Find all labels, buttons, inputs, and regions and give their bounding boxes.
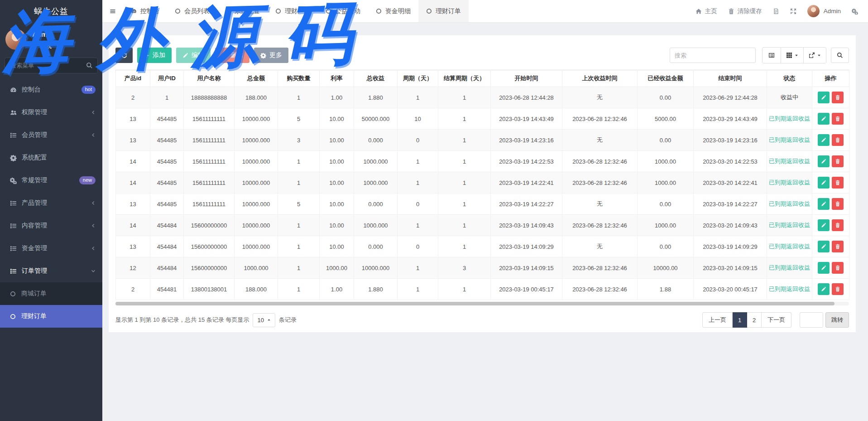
prev-page-button[interactable]: 上一页 [702, 312, 733, 328]
edit-button[interactable]: 编辑 [176, 48, 211, 63]
row-delete-button[interactable] [832, 283, 844, 295]
row-delete-button[interactable] [832, 113, 844, 125]
status-badge[interactable]: 已到期返回收益 [769, 243, 810, 250]
scrollbar-thumb[interactable] [115, 302, 834, 305]
row-delete-button[interactable] [832, 198, 844, 210]
clear-cache-link[interactable]: 清除缓存 [728, 7, 762, 15]
document-button[interactable] [773, 8, 779, 15]
sidebar-item-常规管理[interactable]: 常规管理new [0, 169, 102, 192]
columns-button[interactable] [781, 48, 803, 63]
table-row[interactable]: 12454484156000000001000.00011000.0010000… [116, 257, 849, 279]
status-badge[interactable]: 已到期返回收益 [769, 179, 810, 186]
status-badge[interactable]: 已到期返回收益 [769, 136, 810, 143]
row-edit-button[interactable] [818, 198, 830, 210]
status-cell: 已到期返回收益 [767, 257, 812, 279]
jump-page-input[interactable] [800, 312, 823, 328]
status-badge[interactable]: 已到期返回收益 [769, 264, 810, 271]
table-cell: 14 [116, 215, 150, 236]
table-cell: 1000.000 [354, 151, 398, 172]
row-edit-button[interactable] [818, 219, 830, 231]
tab-资金明细[interactable]: 资金明细 [368, 0, 418, 22]
detail-view-button[interactable] [762, 48, 781, 63]
sidebar-toggle-button[interactable] [102, 0, 123, 22]
more-button[interactable]: 更多 [254, 48, 288, 63]
sidebar-item-权限管理[interactable]: 权限管理 [0, 101, 102, 124]
sidebar-item-会员管理[interactable]: 会员管理 [0, 124, 102, 146]
status-cell: 收益中 [767, 87, 812, 108]
add-button[interactable]: 添加 [137, 48, 172, 63]
row-delete-button[interactable] [832, 155, 844, 167]
row-edit-button[interactable] [818, 177, 830, 189]
status-badge[interactable]: 已到期返回收益 [769, 200, 810, 207]
row-edit-button[interactable] [818, 241, 830, 252]
row-edit-button[interactable] [818, 92, 830, 103]
table-row[interactable]: 144544851561111111110000.000110.001000.0… [116, 172, 849, 194]
row-edit-button[interactable] [818, 113, 830, 125]
jump-button[interactable]: 跳转 [825, 312, 849, 328]
row-delete-button[interactable] [832, 177, 844, 189]
status-badge[interactable]: 已到期返回收益 [769, 222, 810, 228]
sidebar-item-订单管理[interactable]: 订单管理 [0, 260, 102, 282]
table-cell: 5 [278, 108, 320, 130]
column-header-总金额: 总金额 [235, 70, 278, 87]
refresh-button[interactable] [115, 48, 133, 63]
settings-button[interactable] [852, 8, 858, 15]
row-delete-button[interactable] [832, 262, 844, 274]
page-button-2[interactable]: 2 [747, 312, 762, 328]
table-cell: 无 [562, 194, 638, 215]
table-row[interactable]: 134544851561111111110000.000310.000.0000… [116, 130, 849, 151]
row-edit-button[interactable] [818, 155, 830, 167]
table-cell: 1 [398, 87, 438, 108]
admin-menu[interactable]: Admin [807, 5, 841, 17]
sidebar-item-理财订单[interactable]: 理财订单 [0, 305, 102, 328]
search-button[interactable] [831, 48, 849, 63]
sidebar-item-内容管理[interactable]: 内容管理 [0, 214, 102, 237]
avatar[interactable] [5, 29, 26, 50]
row-delete-button[interactable] [832, 134, 844, 146]
table-row[interactable]: 134544841560000000010000.000110.000.0000… [116, 236, 849, 257]
add-label: 添加 [153, 51, 165, 59]
sidebar-item-产品管理[interactable]: 产品管理 [0, 192, 102, 214]
table-row[interactable]: 134544851561111111110000.000510.0050000.… [116, 108, 849, 130]
search-input[interactable] [670, 48, 756, 63]
table-row[interactable]: 2118888888888188.00011.001.880112023-06-… [116, 87, 849, 108]
page-button-1[interactable]: 1 [733, 312, 747, 328]
export-button[interactable] [803, 48, 826, 63]
tab-理财订单[interactable]: 理财订单 [418, 0, 469, 22]
table-cell: 0.00 [638, 130, 694, 151]
tab-理财产品[interactable]: 理财产品 [268, 0, 318, 22]
home-link[interactable]: 主页 [695, 7, 717, 15]
row-edit-button[interactable] [818, 262, 830, 274]
table-row[interactable]: 144544851561111111110000.000110.001000.0… [116, 151, 849, 172]
sidebar-item-label: 权限管理 [22, 108, 91, 116]
table-row[interactable]: 245448113800138001188.00011.001.88011202… [116, 279, 849, 300]
sidebar-item-商城订单[interactable]: 商城订单 [0, 282, 102, 305]
tab-会员列表[interactable]: 会员列表 [167, 0, 217, 22]
row-edit-button[interactable] [818, 283, 830, 295]
row-edit-button[interactable] [818, 134, 830, 146]
submenu-订单管理: 商城订单理财订单 [0, 282, 102, 328]
status-badge[interactable]: 已到期返回收益 [769, 158, 810, 165]
sidebar-item-控制台[interactable]: 控制台hot [0, 78, 102, 101]
pencil-icon [821, 244, 826, 249]
next-page-button[interactable]: 下一页 [762, 312, 791, 328]
tab-控制台[interactable]: 控制台 [123, 0, 167, 22]
row-delete-button[interactable] [832, 219, 844, 231]
table-cell: 1 [438, 172, 491, 194]
row-delete-button[interactable] [832, 92, 844, 103]
page-size-select[interactable]: 10 [253, 313, 275, 327]
delete-button[interactable]: 删除 [215, 48, 249, 63]
menu-search-input[interactable] [5, 58, 98, 73]
status-badge[interactable]: 已到期返回收益 [769, 115, 810, 122]
tab-系统配置[interactable]: 系统配置 [217, 0, 268, 22]
table-row[interactable]: 144544841560000000010000.000110.001000.0… [116, 215, 849, 236]
status-badge[interactable]: 已到期返回收益 [769, 286, 810, 292]
gears-icon [10, 177, 17, 184]
table-cell: 15611111111 [184, 151, 235, 172]
table-row[interactable]: 134544851561111111110000.000510.000.0000… [116, 194, 849, 215]
fullscreen-button[interactable] [790, 8, 796, 15]
sidebar-item-资金管理[interactable]: 资金管理 [0, 237, 102, 260]
row-delete-button[interactable] [832, 241, 844, 252]
sidebar-item-系统配置[interactable]: 系统配置 [0, 146, 102, 169]
tab-公益活动[interactable]: 公益活动 [318, 0, 368, 22]
